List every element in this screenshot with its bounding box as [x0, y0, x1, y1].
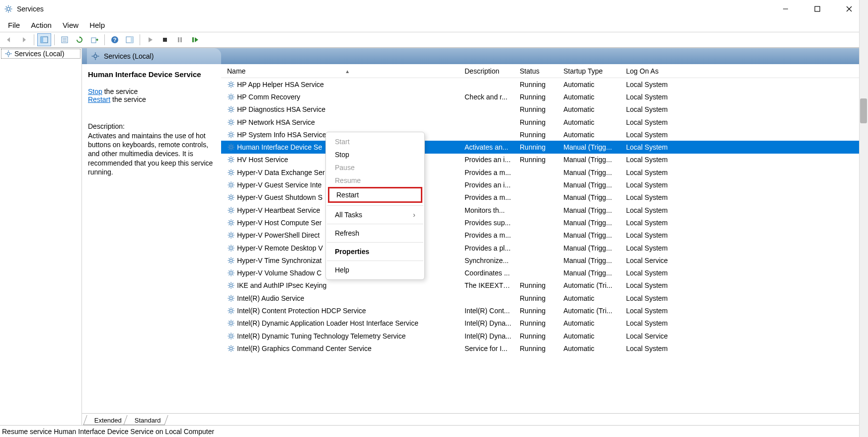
service-startup: Manual (Trigg... — [559, 219, 622, 227]
svg-line-169 — [229, 258, 230, 259]
svg-line-73 — [233, 120, 234, 121]
svg-line-223 — [229, 334, 230, 335]
context-help[interactable]: Help — [326, 263, 424, 276]
context-restart[interactable]: Restart — [329, 188, 421, 201]
tab-standard[interactable]: Standard — [123, 415, 168, 425]
gear-icon — [227, 281, 235, 289]
context-refresh[interactable]: Refresh — [326, 227, 424, 240]
workspace: Services (Local) Services (Local) Human … — [0, 48, 868, 425]
service-row[interactable]: IKE and AuthIP IPsec KeyingThe IKEEXT s.… — [221, 279, 868, 292]
list-body[interactable]: HP App Helper HSA ServiceRunningAutomati… — [221, 78, 868, 413]
restart-service-link[interactable]: Restart — [88, 95, 110, 103]
forward-button[interactable] — [17, 33, 31, 46]
service-row[interactable]: HP System Info HSA ServiceRunningAutomat… — [221, 128, 868, 141]
help-button[interactable]: ? — [108, 33, 122, 46]
context-menu: Start Stop Pause Resume Restart All Task… — [325, 132, 425, 280]
svg-line-205 — [229, 308, 230, 309]
service-row[interactable]: Intel(R) Dynamic Tuning Technology Telem… — [221, 330, 868, 342]
svg-line-54 — [229, 98, 230, 99]
service-row[interactable]: Intel(R) Content Protection HDCP Service… — [221, 304, 868, 317]
maximize-button[interactable] — [808, 2, 826, 16]
svg-line-190 — [233, 283, 234, 284]
svg-point-47 — [230, 95, 232, 98]
export-button[interactable] — [87, 33, 101, 46]
column-logon[interactable]: Log On As — [622, 67, 692, 75]
pause-service-button[interactable] — [173, 33, 187, 46]
service-row[interactable]: Hyper-V Guest Service InteProvides an i.… — [221, 178, 868, 191]
svg-line-179 — [233, 274, 234, 275]
context-stop[interactable]: Stop — [326, 148, 424, 161]
gear-icon — [227, 219, 235, 227]
menu-file[interactable]: File — [3, 20, 25, 30]
column-name[interactable]: Name▲ — [223, 67, 461, 75]
properties-button[interactable] — [58, 33, 72, 46]
start-service-button[interactable] — [143, 33, 157, 46]
restart-service-button[interactable] — [188, 33, 202, 46]
menu-view[interactable]: View — [58, 20, 83, 30]
service-startup: Automatic — [559, 93, 622, 101]
service-row[interactable]: Hyper-V Heartbeat ServiceMonitors th...M… — [221, 204, 868, 216]
service-name: IKE and AuthIP IPsec Keying — [237, 281, 326, 289]
svg-line-70 — [229, 120, 230, 121]
service-row[interactable]: Hyper-V Guest Shutdown SProvides a m...M… — [221, 191, 868, 204]
service-row[interactable]: Hyper-V Data Exchange SerProvides a m...… — [221, 166, 868, 178]
service-startup: Automatic — [559, 81, 622, 88]
refresh-button[interactable] — [73, 33, 86, 46]
svg-line-208 — [233, 308, 234, 309]
menu-help[interactable]: Help — [84, 20, 110, 30]
column-description[interactable]: Description — [461, 67, 516, 75]
service-description: Provides an i... — [461, 181, 516, 189]
service-startup: Manual (Trigg... — [559, 206, 622, 214]
service-row[interactable]: Intel(R) Graphics Command Center Service… — [221, 342, 868, 354]
content-header-label: Services (Local) — [104, 52, 154, 60]
svg-line-45 — [229, 86, 230, 87]
service-startup: Automatic — [559, 294, 622, 302]
service-row[interactable]: HV Host ServiceProvides an i...RunningMa… — [221, 154, 868, 166]
service-row[interactable]: Human Interface Device SeActivates an...… — [221, 141, 868, 153]
svg-line-98 — [233, 161, 234, 162]
service-logon: Local System — [622, 81, 692, 88]
service-description: Provides a m... — [461, 169, 516, 176]
gear-icon — [227, 307, 235, 315]
service-row[interactable]: Hyper-V Time SynchronizatSynchronize...M… — [221, 254, 868, 266]
stop-service-button[interactable] — [158, 33, 172, 46]
gear-icon — [227, 156, 235, 164]
stop-service-link[interactable]: Stop — [88, 87, 102, 95]
service-row[interactable]: Intel(R) Audio ServiceRunningAutomaticLo… — [221, 292, 868, 304]
tree-root-item[interactable]: Services (Local) — [1, 49, 80, 59]
stop-service-line: Stop the service — [88, 87, 216, 95]
service-row[interactable]: Intel(R) Dynamic Application Loader Host… — [221, 317, 868, 330]
service-name: Hyper-V PowerShell Direct — [237, 231, 320, 239]
service-row[interactable]: HP App Helper HSA ServiceRunningAutomati… — [221, 78, 868, 90]
svg-line-106 — [229, 170, 230, 171]
close-button[interactable] — [840, 2, 858, 16]
service-row[interactable]: Hyper-V Remote Desktop VProvides a pl...… — [221, 242, 868, 254]
vertical-scrollbar[interactable] — [859, 0, 868, 437]
show-hide-action-pane-button[interactable] — [123, 33, 137, 46]
svg-line-6 — [10, 10, 11, 11]
service-row[interactable]: HP Network HSA ServiceRunningAutomaticLo… — [221, 116, 868, 128]
service-row[interactable]: Hyper-V Volume Shadow CCoordinates ...Ma… — [221, 266, 868, 279]
column-startup[interactable]: Startup Type — [559, 67, 622, 75]
show-hide-tree-button[interactable] — [37, 33, 51, 46]
svg-point-101 — [230, 171, 232, 174]
scrollbar-thumb[interactable] — [860, 98, 867, 123]
service-row[interactable]: HP Comm RecoveryCheck and r...RunningAut… — [221, 90, 868, 103]
service-row[interactable]: Hyper-V PowerShell DirectProvides a m...… — [221, 229, 868, 242]
svg-line-188 — [233, 287, 234, 288]
context-properties[interactable]: Properties — [326, 245, 424, 258]
svg-line-199 — [233, 296, 234, 297]
menu-action[interactable]: Action — [26, 20, 57, 30]
service-name: Hyper-V Time Synchronizat — [237, 257, 321, 264]
service-row[interactable]: HP Diagnostics HSA ServiceRunningAutomat… — [221, 103, 868, 116]
toolbar: ? — [0, 32, 868, 48]
minimize-button[interactable] — [777, 2, 794, 16]
svg-line-136 — [233, 208, 234, 209]
back-button[interactable] — [2, 33, 16, 46]
context-all-tasks[interactable]: All Tasks — [326, 208, 424, 221]
column-status[interactable]: Status — [516, 67, 559, 75]
service-logon: Local System — [622, 118, 692, 126]
tab-extended[interactable]: Extended — [83, 415, 129, 425]
service-row[interactable]: Hyper-V Host Compute SerProvides sup...M… — [221, 216, 868, 229]
service-logon: Local System — [622, 281, 692, 289]
